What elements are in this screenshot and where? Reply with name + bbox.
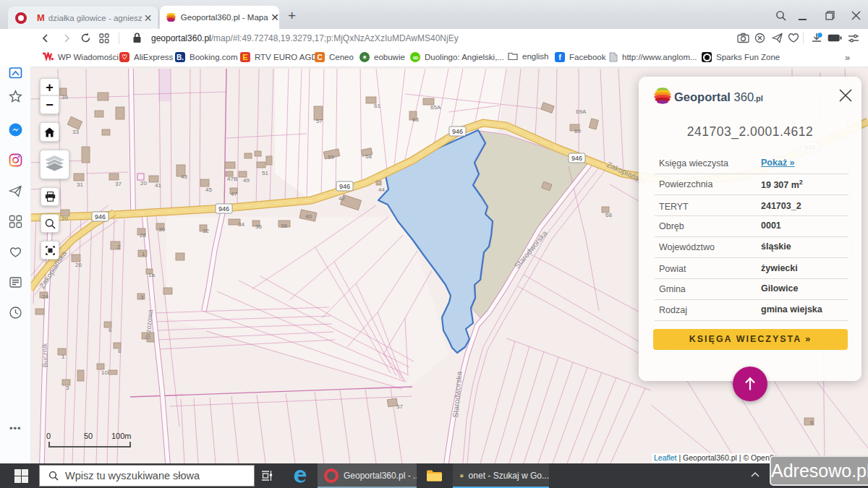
svg-text:8: 8 — [118, 348, 122, 354]
svg-text:39: 39 — [61, 94, 68, 100]
svg-text:38: 38 — [281, 223, 287, 229]
svg-text:20: 20 — [61, 215, 68, 222]
svg-text:946: 946 — [452, 128, 463, 135]
svg-text:47: 47 — [231, 191, 237, 197]
svg-text:3: 3 — [140, 294, 144, 301]
svg-text:45: 45 — [205, 187, 212, 193]
svg-text:49: 49 — [243, 177, 250, 184]
svg-text:6: 6 — [109, 327, 112, 333]
svg-text:1: 1 — [61, 354, 65, 360]
svg-text:69: 69 — [574, 128, 581, 134]
svg-text:43: 43 — [181, 174, 187, 180]
svg-text:57: 57 — [396, 403, 403, 410]
svg-text:44: 44 — [378, 187, 385, 193]
svg-text:Bucznik: Bucznik — [41, 343, 49, 367]
svg-text:40: 40 — [305, 213, 312, 220]
svg-text:30: 30 — [158, 226, 165, 233]
svg-text:36: 36 — [255, 223, 262, 230]
svg-text:6: 6 — [810, 419, 814, 426]
svg-text:47B: 47B — [227, 176, 237, 182]
svg-text:10: 10 — [101, 369, 108, 376]
svg-text:1: 1 — [142, 251, 145, 257]
svg-text:946: 946 — [95, 213, 106, 221]
svg-text:946: 946 — [571, 155, 582, 162]
svg-text:59: 59 — [328, 154, 334, 160]
svg-text:37: 37 — [115, 181, 122, 187]
svg-text:61: 61 — [374, 103, 380, 109]
svg-text:41: 41 — [155, 182, 161, 189]
svg-text:68: 68 — [605, 212, 612, 218]
svg-text:33: 33 — [72, 129, 79, 135]
svg-text:34: 34 — [238, 221, 244, 228]
svg-text:946: 946 — [339, 183, 350, 190]
svg-text:63: 63 — [412, 116, 419, 123]
svg-text:51: 51 — [262, 170, 268, 176]
svg-text:24: 24 — [42, 294, 48, 300]
svg-text:28: 28 — [140, 232, 146, 239]
svg-text:57: 57 — [316, 118, 323, 124]
svg-text:31: 31 — [77, 181, 83, 188]
svg-text:69A: 69A — [576, 108, 587, 115]
svg-text:32: 32 — [203, 228, 209, 234]
svg-text:58: 58 — [365, 153, 372, 160]
svg-text:26: 26 — [75, 262, 82, 268]
svg-text:20: 20 — [140, 180, 147, 187]
svg-text:42: 42 — [339, 195, 345, 202]
svg-text:2: 2 — [117, 244, 121, 250]
svg-text:65A: 65A — [430, 104, 441, 111]
svg-text:1a: 1a — [148, 272, 155, 278]
svg-text:3: 3 — [66, 385, 69, 391]
svg-text:946: 946 — [218, 205, 229, 213]
